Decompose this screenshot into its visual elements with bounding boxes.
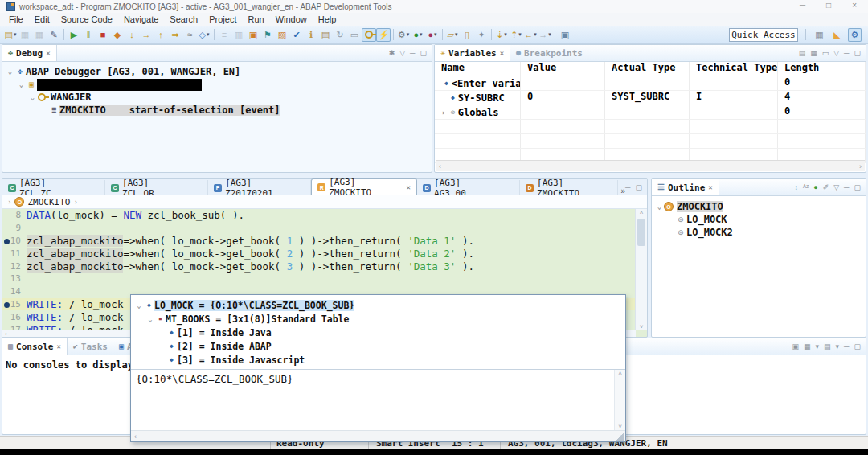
dropdown-arrow-icon[interactable]: ▾ [434, 31, 437, 38]
dropdown-arrow-icon[interactable]: ▾ [504, 31, 507, 38]
quick-access-input[interactable]: Quick Access [729, 28, 798, 42]
line-number[interactable]: 10 [2, 236, 27, 246]
line-number[interactable]: 14 [2, 286, 27, 297]
save-all-icon[interactable]: ▦ [32, 28, 47, 42]
maximize-icon[interactable]: ▢ [635, 183, 642, 191]
code-line[interactable]: 9 [2, 222, 636, 235]
terminate-relaunch-icon[interactable]: ◆ [110, 28, 125, 42]
collapse-all-icon[interactable]: ▭ [822, 50, 829, 57]
view-menu-icon[interactable]: ▽ [833, 184, 839, 191]
tab-tasks[interactable]: ✔Tasks [68, 338, 113, 355]
next-edit-location-icon[interactable]: ⇡▾ [509, 28, 523, 42]
minimize-icon[interactable]: ─ [844, 50, 849, 57]
column-header[interactable]: Name [435, 62, 521, 76]
mass-activate-icon[interactable]: ⚑ [260, 28, 275, 42]
open-console-icon[interactable]: ▣ [792, 343, 799, 350]
forward-history-icon[interactable]: →▾ [538, 28, 552, 42]
editor-tab[interactable]: C[AG3] ZCL_ZC... [2, 180, 105, 195]
line-number[interactable]: 15 [2, 299, 27, 309]
expander-icon[interactable]: ⌄ [17, 80, 26, 88]
sort-alpha-icon[interactable]: ᴬᶻ [803, 184, 809, 191]
show-type-names-icon[interactable]: ▤ [799, 50, 806, 57]
menu-run[interactable]: Run [242, 14, 269, 24]
last-edit-location-icon[interactable]: ⇣▾ [494, 28, 509, 42]
terminate-icon[interactable]: ■ [96, 28, 110, 42]
tab-outline[interactable]: ☰ Outline✕ [652, 179, 719, 195]
close-icon[interactable]: ✕ [708, 183, 712, 191]
close-button[interactable]: × [852, 1, 857, 10]
dropdown-arrow-icon[interactable]: ▾ [14, 31, 17, 38]
popup-tree-row[interactable]: ◆[3] = Inside Javascript [131, 353, 625, 367]
debug-tree-row[interactable]: ⌄▣ [2, 78, 432, 91]
popup-vscrollbar[interactable]: ˄˅ [614, 370, 625, 430]
pin-console-icon[interactable]: ▤ [824, 343, 831, 350]
menu-window[interactable]: Window [270, 14, 313, 24]
expander-icon[interactable]: ⌄ [6, 68, 14, 76]
maximize-icon[interactable]: ▢ [854, 50, 861, 57]
minimize-icon[interactable]: ─ [410, 50, 415, 57]
popup-tree-row[interactable]: ⌄◆LO_MOCK = {O:10*\CLASS=ZCL_BOOK_SUB} [131, 298, 625, 312]
dropdown-icon[interactable]: ▾ [816, 343, 820, 350]
link-with-editor-icon[interactable]: ✦ [474, 28, 489, 42]
collapse-all-icon[interactable]: ✱ [389, 50, 395, 57]
open-folder-icon[interactable]: ▯ [460, 28, 474, 42]
tab-debug[interactable]: ✤ Debug✕ [2, 45, 57, 61]
tab-variables[interactable]: ✳Variables✕ [435, 45, 510, 61]
menu-source-code[interactable]: Source Code [55, 14, 118, 24]
dropdown-arrow-icon[interactable]: ▾ [455, 31, 458, 38]
sort-icon[interactable]: ↕ [794, 184, 798, 191]
dropdown-arrow-icon[interactable]: ▾ [407, 31, 410, 38]
tab-console[interactable]: ▥Console✕ [2, 338, 68, 355]
debug-tree-row[interactable]: ≡ZMOCKITO start-of-selection [event] [2, 104, 432, 117]
popup-hscrollbar[interactable]: ‹› [131, 430, 625, 441]
outline-item[interactable]: ◎LO_MOCK [652, 213, 866, 226]
breadcrumb-object[interactable]: ZMOCKITO [27, 197, 70, 207]
menu-navigate[interactable]: Navigate [118, 14, 164, 24]
breakpoint-icon[interactable] [4, 239, 10, 244]
object-info-icon[interactable]: ℹ [304, 28, 318, 42]
popup-tree-row[interactable]: ◆[2] = Inside ABAP [131, 339, 625, 353]
expander-icon[interactable]: ⌄ [28, 93, 37, 101]
resize-grip[interactable] [616, 432, 624, 441]
column-header[interactable]: Technical Type [690, 62, 778, 76]
outline-item[interactable]: ◎LO_MOCK2 [652, 226, 866, 239]
filter-icon[interactable]: ● [813, 184, 817, 191]
variables-hscrollbar[interactable]: ‹› [436, 160, 865, 171]
variable-row[interactable]: ◆SY-SUBRC0SYST_SUBRCI4 [435, 91, 866, 105]
expander-icon[interactable]: › [441, 109, 448, 117]
code-line[interactable]: 13 [2, 273, 636, 285]
block-selection-icon[interactable]: ▥ [231, 28, 246, 42]
code-line[interactable]: 10zcl_abap_mockito=>when( lo_mock->get_b… [2, 235, 636, 248]
minimize-icon[interactable]: ─ [844, 184, 849, 191]
scrollbar-thumb[interactable] [637, 219, 645, 246]
close-icon[interactable]: ✕ [46, 49, 50, 57]
run-to-line-icon[interactable]: ⇒ [168, 28, 182, 42]
new-wizard-icon[interactable]: ▤▾ [3, 28, 18, 42]
code-line[interactable]: 12zcl_abap_mockito=>when( lo_mock->get_b… [2, 260, 636, 273]
external-tools-gear-icon[interactable]: ⚙▾ [396, 28, 411, 42]
line-number[interactable]: 13 [2, 273, 27, 284]
step-into-icon[interactable]: ↓ [125, 28, 139, 42]
breakpoint-icon[interactable] [4, 302, 10, 308]
popup-tree-row[interactable]: ◆[1] = Inside Java [131, 326, 625, 339]
close-icon[interactable]: ✕ [56, 342, 60, 350]
debug-tree-row[interactable]: ⌄WANGJER [2, 91, 432, 104]
expander-icon[interactable]: ⌄ [134, 301, 144, 309]
column-header[interactable]: Length [778, 62, 866, 76]
editor-tab[interactable]: D[AG3] ZMOCKITO [520, 180, 617, 195]
open-development-object-icon[interactable]: ▱▾ [445, 28, 460, 42]
save-icon[interactable]: ▦ [18, 28, 32, 42]
dropdown-arrow-icon[interactable]: ▾ [518, 31, 522, 38]
where-used-icon[interactable]: ▤ [318, 28, 333, 42]
minimize-icon[interactable]: ─ [625, 183, 630, 191]
editor-tab[interactable]: R[AG3] ZMOCKITO✕ [311, 178, 417, 195]
view-menu-icon[interactable]: ▽ [399, 50, 405, 57]
edit-pencil-icon[interactable]: ✎ [47, 28, 61, 42]
popup-tree-row[interactable]: ⌄▪MT_BOOKS = [3x1(8)]Standard Table [131, 312, 625, 326]
resume-icon[interactable]: ▶ [67, 28, 81, 42]
minimize-icon[interactable]: ─ [844, 343, 849, 350]
variable-row[interactable]: ◆<Enter variab0 [435, 76, 866, 91]
line-number[interactable]: 12 [2, 261, 27, 272]
menu-edit[interactable]: Edit [29, 14, 55, 24]
menu-search[interactable]: Search [164, 14, 203, 24]
